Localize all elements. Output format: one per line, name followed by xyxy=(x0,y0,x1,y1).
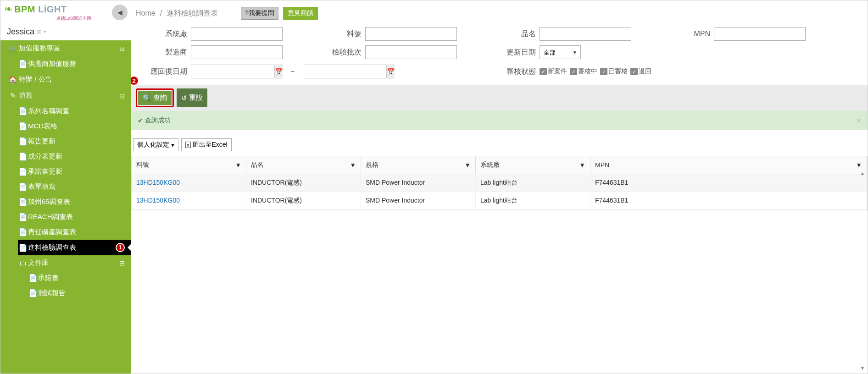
col-header-system[interactable]: 系統廠▼ xyxy=(476,156,590,174)
filter-icon[interactable]: ▼ xyxy=(464,161,471,169)
scroll-up-icon[interactable]: ▲ xyxy=(860,170,865,176)
excel-icon: x xyxy=(185,142,191,148)
nav-item-mcd[interactable]: 📄MCD表格 xyxy=(18,119,131,134)
document-icon: 📄 xyxy=(18,107,28,116)
status-opt-review[interactable]: ✓審核中 xyxy=(570,67,597,76)
calendar-icon[interactable]: 📅 xyxy=(386,65,395,78)
nav-item-report-update[interactable]: 📄報告更新 xyxy=(18,134,131,149)
cell-mpn: F744631B1 xyxy=(590,192,867,209)
nav-item-minerals[interactable]: 📄責任礦產調查表 xyxy=(18,225,131,240)
partno-link[interactable]: 13HD150KG00 xyxy=(136,179,180,186)
document-icon: 📄 xyxy=(18,167,28,176)
filter-icon[interactable]: ▼ xyxy=(856,161,862,169)
nav-item-incoming-inspection[interactable]: 📄 進料檢驗調查表 1 xyxy=(18,240,131,255)
checkbox-icon: ✓ xyxy=(630,68,638,75)
nav-item-label: 加州65調查表 xyxy=(28,198,125,206)
nav-item-reach[interactable]: 📄REACH調查表 xyxy=(18,209,131,225)
user-menu[interactable]: Jessica ✉ ▾ xyxy=(0,24,131,40)
success-alert: ✔ 查詢成功 × xyxy=(131,111,868,130)
label-status: 審核狀態 xyxy=(395,67,540,77)
action-bar: 2 🔍 查詢 ↺ 重設 xyxy=(131,85,868,111)
reply-to-input[interactable] xyxy=(303,65,386,78)
nav-item-test-report[interactable]: 📄測試報告 xyxy=(28,286,131,301)
status-opt-approved[interactable]: ✓已審核 xyxy=(600,67,628,76)
alert-text: 查詢成功 xyxy=(145,116,171,125)
nav-item-label: 報告更新 xyxy=(28,137,125,146)
mpn-input[interactable] xyxy=(714,27,806,41)
table-row[interactable]: 13HD150KG00 INDUCTOR(電感) SMD Power Induc… xyxy=(132,192,867,210)
nav-item-supplier-addon[interactable]: 📄 供應商加值服務 xyxy=(18,56,131,72)
nav-section-todo[interactable]: 🏠 待辦 / 公告 xyxy=(0,72,131,88)
nav: 🛒 加值服務專區 ⊟ 📄 供應商加值服務 🏠 待辦 / 公告 ✎ 填寫 ⊟ xyxy=(0,40,131,374)
nav-item-commitment-update[interactable]: 📄承諾書更新 xyxy=(18,164,131,179)
edit-icon: ✎ xyxy=(7,91,19,100)
export-excel-button[interactable]: x 匯出至Excel xyxy=(181,138,232,151)
nav-item-cal65[interactable]: 📄加州65調查表 xyxy=(18,194,131,209)
feedback-button[interactable]: 意見回饋 xyxy=(283,7,318,20)
nav-section-addon[interactable]: 🛒 加值服務專區 ⊟ xyxy=(0,40,131,56)
leaf-icon: ❧ xyxy=(4,3,12,15)
label-system: 系統廠 xyxy=(136,29,191,39)
partno-link[interactable]: 13HD150KG00 xyxy=(136,197,180,204)
updated-select-wrap: 全部 xyxy=(540,45,581,59)
folder-icon: 🗀 xyxy=(18,259,28,267)
chevron-down-icon: ▾ xyxy=(44,29,46,35)
scroll-down-icon[interactable]: ▼ xyxy=(860,365,865,371)
annotation-badge-1: 1 xyxy=(116,243,125,252)
updated-select[interactable]: 全部 xyxy=(540,45,581,59)
ask-question-button[interactable]: ?我要提問 xyxy=(241,7,278,20)
document-icon: 📄 xyxy=(18,122,28,131)
date-sep: ~ xyxy=(283,68,303,75)
partno-input[interactable] xyxy=(365,27,457,41)
maker-input[interactable] xyxy=(191,45,283,59)
filter-icon[interactable]: ▼ xyxy=(579,161,585,169)
cell-prodname: INDUCTOR(電感) xyxy=(246,192,361,209)
col-header-prodname[interactable]: 品名▼ xyxy=(246,156,361,174)
filter-icon[interactable]: ▼ xyxy=(235,161,241,169)
nav-item-label: 責任礦產調查表 xyxy=(28,228,125,236)
status-opt-new[interactable]: ✓新案件 xyxy=(540,67,567,76)
nav-section-fill[interactable]: ✎ 填寫 ⊟ xyxy=(0,88,131,104)
reply-from-date: 📅 xyxy=(191,65,283,78)
batch-input[interactable] xyxy=(365,45,457,59)
calendar-icon[interactable]: 📅 xyxy=(274,65,283,78)
label-updated: 更新日期 xyxy=(457,48,540,57)
document-icon: 📄 xyxy=(18,60,28,68)
status-checkbox-row: ✓新案件 ✓審核中 ✓已審核 ✓退回 xyxy=(540,67,651,76)
system-input[interactable] xyxy=(191,27,283,41)
nav-item-series[interactable]: 📄系列名稱調查 xyxy=(18,104,131,119)
col-header-spec[interactable]: 規格▼ xyxy=(361,156,476,174)
table-row[interactable]: 13HD150KG00 INDUCTOR(電感) SMD Power Induc… xyxy=(132,174,867,192)
nav-item-commitment[interactable]: 📄承諾書 xyxy=(28,270,131,286)
reset-button[interactable]: ↺ 重設 xyxy=(177,88,207,107)
col-header-partno[interactable]: 料號▼ xyxy=(132,156,246,174)
arrow-left-icon: ◀ xyxy=(117,9,122,16)
nav-item-label: 承諾書 xyxy=(38,274,125,282)
nav-item-form-fill[interactable]: 📄表單填寫 xyxy=(18,179,131,194)
close-alert-button[interactable]: × xyxy=(856,116,861,126)
cart-icon: 🛒 xyxy=(7,44,19,53)
logo-row: ❧ BPM LiGHT 卓越Lab測試主體 ◀ xyxy=(0,0,131,24)
user-name: Jessica xyxy=(7,27,34,37)
search-button[interactable]: 🔍 查詢 xyxy=(138,91,172,105)
status-opt-rejected[interactable]: ✓退回 xyxy=(630,67,651,76)
document-icon: 📄 xyxy=(18,243,28,252)
document-icon: 📄 xyxy=(18,137,28,146)
nav-item-label: 供應商加值服務 xyxy=(28,60,125,68)
col-header-mpn[interactable]: MPN▼ xyxy=(590,156,867,174)
reply-from-input[interactable] xyxy=(191,65,274,78)
breadcrumb-home[interactable]: Home xyxy=(136,9,156,17)
prodname-input[interactable] xyxy=(540,27,631,41)
filter-icon[interactable]: ▼ xyxy=(350,161,356,169)
highlight-frame: 🔍 查詢 xyxy=(136,88,174,107)
personalize-button[interactable]: 個人化設定 ▾ xyxy=(133,138,178,151)
document-icon: 📄 xyxy=(28,289,38,297)
nav-item-doc-lib[interactable]: 🗀文件庫⊟ xyxy=(18,255,131,270)
label-prodname: 品名 xyxy=(457,29,540,39)
nav-item-composition[interactable]: 📄成分表更新 xyxy=(18,149,131,164)
collapse-sidebar-button[interactable]: ◀ xyxy=(112,5,128,20)
brand-sub: 卓越Lab測試主體 xyxy=(4,15,112,22)
page-title: 進料檢驗調查表 xyxy=(167,9,218,18)
document-icon: 📄 xyxy=(18,228,28,236)
search-icon: 🔍 xyxy=(143,94,151,102)
